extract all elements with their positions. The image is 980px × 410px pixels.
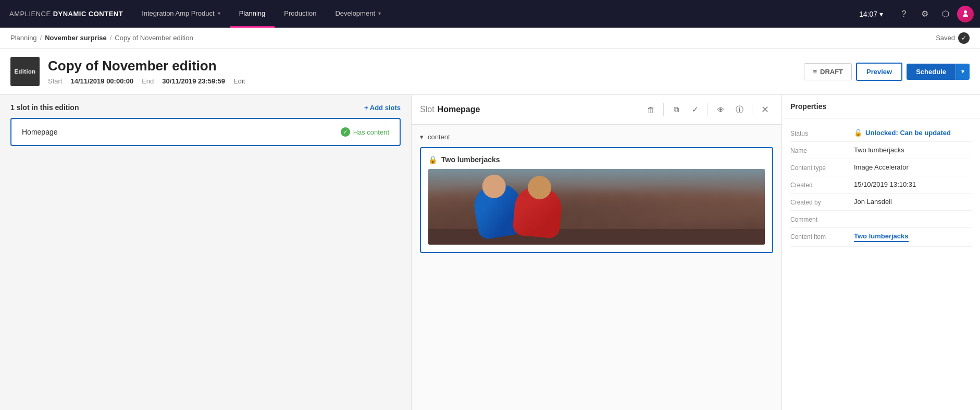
prop-created: Created 15/10/2019 13:10:31 bbox=[790, 176, 972, 194]
top-navigation: AMPLIENCE DYNAMIC CONTENT Integration Am… bbox=[0, 0, 980, 28]
toolbar-divider bbox=[663, 103, 664, 116]
time-display: 14:07 ▾ bbox=[854, 0, 888, 28]
copy-button[interactable]: ⧉ bbox=[668, 101, 685, 118]
start-label: Start bbox=[48, 77, 62, 85]
start-value: 14/11/2019 00:00:00 bbox=[70, 77, 133, 85]
content-section: ▾ content 🔒 Two lumberjacks bbox=[412, 125, 781, 261]
content-image bbox=[428, 169, 765, 245]
breadcrumb-november-surprise[interactable]: November surprise bbox=[45, 34, 107, 42]
slot-panel-title: Slot Homepage bbox=[420, 105, 480, 114]
slot-content-panel: Slot Homepage 🗑 ⧉ ✓ 👁 ⓘ bbox=[412, 95, 782, 410]
created-label: Created bbox=[790, 180, 848, 189]
created-value: 15/10/2019 13:10:31 bbox=[854, 180, 972, 188]
help-button[interactable]: ? bbox=[895, 5, 913, 23]
checkmark-icon: ✓ bbox=[692, 105, 699, 114]
prop-created-by: Created by Jon Lansdell bbox=[790, 194, 972, 211]
figure-right bbox=[512, 185, 563, 238]
edition-title: Copy of November edition bbox=[48, 58, 245, 74]
close-icon: ✕ bbox=[761, 104, 769, 115]
properties-table: Status 🔓 Unlocked: Can be updated Name T… bbox=[782, 118, 980, 253]
copy-icon: ⧉ bbox=[674, 105, 679, 114]
preview-slot-button[interactable]: 👁 bbox=[712, 101, 729, 118]
content-section-header: ▾ content bbox=[420, 133, 773, 141]
breadcrumb: Planning / November surprise / Copy of N… bbox=[10, 34, 193, 42]
edition-dates: Start 14/11/2019 00:00:00 End 30/11/2019… bbox=[48, 77, 245, 85]
breadcrumb-sep-2: / bbox=[110, 34, 112, 42]
brand-dynamic: DYNAMIC bbox=[53, 10, 86, 18]
collapse-chevron-icon[interactable]: ▾ bbox=[420, 133, 424, 141]
info-button[interactable]: ⓘ bbox=[731, 101, 748, 118]
draft-button[interactable]: ≡ DRAFT bbox=[804, 63, 852, 80]
edition-badge: Edition bbox=[10, 57, 40, 86]
header-actions: ≡ DRAFT Preview Schedule ▾ bbox=[804, 63, 970, 81]
user-avatar[interactable] bbox=[957, 6, 974, 22]
prop-content-item: Content item Two lumberjacks bbox=[790, 228, 972, 247]
brand-amplience: AMPLIENCE bbox=[9, 10, 51, 18]
draft-label: DRAFT bbox=[820, 68, 843, 76]
slots-count: 1 slot in this edition bbox=[10, 103, 79, 112]
settings-button[interactable]: ⚙ bbox=[915, 5, 934, 23]
slot-prefix: Slot bbox=[420, 105, 435, 114]
schedule-caret-button[interactable]: ▾ bbox=[956, 64, 970, 80]
nav-production[interactable]: Production bbox=[275, 0, 326, 28]
content-item-label: Content item bbox=[790, 232, 848, 240]
slot-toolbar: 🗑 ⧉ ✓ 👁 ⓘ ✕ bbox=[642, 101, 773, 118]
end-label: End bbox=[142, 77, 154, 85]
breadcrumb-planning[interactable]: Planning bbox=[10, 34, 37, 42]
help-icon: ? bbox=[902, 9, 907, 19]
brand-content: CONTENT bbox=[89, 10, 123, 18]
time-chevron-icon: ▾ bbox=[879, 10, 883, 18]
prop-content-type: Content type Image Accelerator bbox=[790, 159, 972, 176]
name-value: Two lumberjacks bbox=[854, 146, 972, 154]
chevron-down-icon: ▾ bbox=[218, 10, 220, 16]
delete-button[interactable]: 🗑 bbox=[642, 101, 659, 118]
status-label: Status bbox=[790, 129, 848, 137]
content-type-value: Image Accelerator bbox=[854, 163, 972, 171]
slot-name: Homepage bbox=[22, 128, 58, 136]
prop-comment: Comment bbox=[790, 211, 972, 228]
trash-icon: 🗑 bbox=[647, 105, 655, 114]
schedule-button[interactable]: Schedule bbox=[907, 64, 956, 80]
publish-button[interactable]: ⬡ bbox=[936, 5, 955, 23]
content-card: 🔒 Two lumberjacks bbox=[420, 147, 773, 253]
slots-header: 1 slot in this edition + Add slots bbox=[10, 103, 401, 112]
check-circle-icon: ✓ bbox=[341, 127, 350, 137]
nav-planning[interactable]: Planning bbox=[230, 0, 275, 28]
nav-development[interactable]: Development ▾ bbox=[326, 0, 390, 28]
saved-check-icon: ✓ bbox=[958, 32, 970, 44]
page-header: Edition Copy of November edition Start 1… bbox=[0, 49, 980, 95]
content-item-link[interactable]: Two lumberjacks bbox=[854, 232, 909, 242]
slot-panel-name: Homepage bbox=[438, 105, 480, 114]
status-value: 🔓 Unlocked: Can be updated bbox=[854, 129, 972, 137]
chevron-down-icon: ▾ bbox=[378, 10, 381, 16]
properties-title: Properties bbox=[782, 95, 980, 118]
publish-icon: ⬡ bbox=[942, 9, 949, 19]
toolbar-divider-2 bbox=[708, 103, 708, 116]
properties-panel: Properties Status 🔓 Unlocked: Can be upd… bbox=[782, 95, 980, 410]
edit-dates-link[interactable]: Edit bbox=[233, 77, 245, 85]
has-content-label: Has content bbox=[353, 128, 389, 136]
prop-name: Name Two lumberjacks bbox=[790, 142, 972, 159]
toolbar-divider-3 bbox=[752, 103, 752, 116]
draft-icon: ≡ bbox=[813, 68, 817, 76]
slot-top-bar: Slot Homepage 🗑 ⧉ ✓ 👁 ⓘ bbox=[412, 95, 781, 125]
nav-integration-amp[interactable]: Integration Amp Product ▾ bbox=[132, 0, 229, 28]
figure-head-left bbox=[480, 173, 507, 200]
info-icon: ⓘ bbox=[736, 105, 743, 115]
saved-label: Saved bbox=[936, 34, 955, 42]
nav-right-icons: ? ⚙ ⬡ bbox=[888, 0, 980, 28]
slot-card-homepage[interactable]: Homepage ✓ Has content bbox=[10, 118, 401, 146]
main-content: 1 slot in this edition + Add slots Homep… bbox=[0, 95, 980, 410]
content-card-title: Two lumberjacks bbox=[441, 155, 500, 164]
add-slots-button[interactable]: + Add slots bbox=[364, 104, 401, 112]
saved-indicator: Saved ✓ bbox=[936, 32, 970, 44]
figure-head-right bbox=[527, 175, 552, 200]
eye-icon: 👁 bbox=[717, 105, 725, 114]
content-type-label: Content type bbox=[790, 163, 848, 172]
has-content-indicator: ✓ Has content bbox=[341, 127, 389, 137]
checkmark-button[interactable]: ✓ bbox=[687, 101, 703, 118]
close-slot-button[interactable]: ✕ bbox=[756, 101, 773, 118]
preview-button[interactable]: Preview bbox=[856, 63, 902, 81]
breadcrumb-bar: Planning / November surprise / Copy of N… bbox=[0, 28, 980, 49]
end-value: 30/11/2019 23:59:59 bbox=[162, 77, 225, 85]
